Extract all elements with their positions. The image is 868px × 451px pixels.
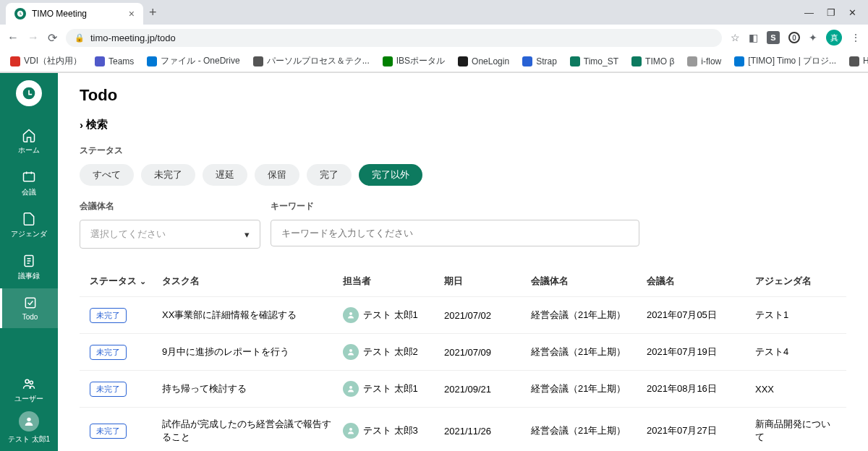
extension-o-icon[interactable]: 0 bbox=[788, 32, 800, 43]
agenda-name: テスト1 bbox=[755, 309, 836, 322]
sidebar-item-label: ユーザー bbox=[14, 394, 43, 404]
col-status[interactable]: ステータス ⌄ bbox=[90, 275, 162, 288]
table-row[interactable]: 未完了 XX事業部に詳細情報を確認する テスト 太郎1 2021/07/02 経… bbox=[80, 296, 846, 333]
col-meeting[interactable]: 会議名 bbox=[647, 275, 755, 288]
search-heading[interactable]: › 検索 bbox=[80, 118, 846, 132]
close-window-button[interactable]: ✕ bbox=[848, 7, 856, 18]
chevron-right-icon: › bbox=[80, 119, 83, 131]
agenda-name: XXX bbox=[755, 384, 836, 395]
sidebar-item-agenda[interactable]: アジェンダ bbox=[0, 205, 58, 246]
task-name: 持ち帰って検討する bbox=[162, 382, 343, 395]
extension-s-icon[interactable]: S bbox=[767, 31, 780, 44]
bookmark-icon bbox=[849, 56, 859, 66]
chevron-down-icon: ▾ bbox=[244, 229, 250, 240]
status-chip[interactable]: 遅延 bbox=[203, 164, 247, 186]
forward-button[interactable]: → bbox=[27, 31, 39, 44]
col-assignee[interactable]: 担当者 bbox=[343, 275, 444, 288]
status-chip[interactable]: 完了以外 bbox=[359, 164, 422, 186]
keyword-filter-label: キーワード bbox=[271, 200, 639, 212]
meeting-body: 経営会議（21年上期） bbox=[531, 345, 647, 358]
minimize-button[interactable]: — bbox=[804, 7, 814, 18]
org-select[interactable]: 選択してください ▾ bbox=[80, 220, 260, 249]
meeting-body: 経営会議（21年上期） bbox=[531, 309, 647, 322]
agenda-name: 新商品開発について bbox=[755, 418, 836, 444]
sidebar-item-user[interactable]: ユーザー bbox=[0, 369, 58, 411]
bookmark-icon bbox=[734, 56, 744, 66]
col-body[interactable]: 会議体名 bbox=[531, 275, 647, 288]
status-chip[interactable]: すべて bbox=[80, 164, 134, 186]
bookmark-item[interactable]: i-flow bbox=[687, 56, 721, 66]
bookmark-item[interactable]: OneLogin bbox=[458, 56, 509, 66]
reload-button[interactable]: ⟳ bbox=[48, 31, 57, 45]
agenda-name: テスト4 bbox=[755, 345, 836, 358]
col-agenda[interactable]: アジェンダ名 bbox=[755, 275, 836, 288]
bookmark-icon bbox=[522, 56, 532, 66]
status-chip[interactable]: 完了 bbox=[307, 164, 352, 186]
sidebar-item-meeting[interactable]: 会議 bbox=[0, 163, 58, 205]
bookmark-icon bbox=[383, 56, 393, 66]
status-chip[interactable]: 未完了 bbox=[141, 164, 195, 186]
status-badge: 未完了 bbox=[90, 424, 127, 439]
main-content: Todo › 検索 ステータス すべて未完了遅延保留完了完了以外 会議体名 選択… bbox=[58, 73, 868, 451]
app-logo[interactable] bbox=[16, 80, 42, 106]
col-task[interactable]: タスク名 bbox=[162, 275, 343, 288]
bookmark-icon bbox=[147, 56, 157, 66]
bookmark-icon bbox=[10, 56, 20, 66]
browser-chrome: TIMO Meeting × + — ❐ ✕ ← → ⟳ 🔒 timo-meet… bbox=[0, 0, 868, 73]
bookmark-item[interactable]: Teams bbox=[95, 56, 134, 66]
bookmark-item[interactable]: パーソルプロセス＆テク... bbox=[253, 55, 370, 67]
sidebar-item-label: ホーム bbox=[18, 145, 40, 155]
status-badge: 未完了 bbox=[90, 345, 127, 360]
status-filter-label: ステータス bbox=[80, 145, 846, 157]
bookmark-item[interactable]: Strap bbox=[522, 56, 557, 66]
window-controls: — ❐ ✕ bbox=[804, 7, 862, 18]
sidebar-item-minutes[interactable]: 議事録 bbox=[0, 246, 58, 288]
bookmark-item[interactable]: TIMO β bbox=[631, 56, 674, 66]
meeting-name: 2021年07月19日 bbox=[647, 345, 755, 358]
profile-avatar[interactable]: 真 bbox=[826, 30, 842, 46]
avatar-icon bbox=[343, 344, 359, 360]
menu-icon[interactable]: ⋮ bbox=[851, 32, 861, 43]
status-chip[interactable]: 保留 bbox=[255, 164, 299, 186]
extension-icon[interactable]: ◧ bbox=[749, 32, 758, 43]
user-avatar-icon[interactable] bbox=[19, 411, 39, 431]
browser-tab[interactable]: TIMO Meeting × bbox=[6, 3, 143, 25]
filters-row: 会議体名 選択してください ▾ キーワード bbox=[80, 200, 846, 249]
bookmark-item[interactable]: IBSポータル bbox=[383, 55, 445, 67]
col-due[interactable]: 期日 bbox=[444, 275, 531, 288]
svg-point-3 bbox=[25, 379, 29, 383]
bookmark-icon bbox=[570, 56, 580, 66]
bookmark-icon bbox=[253, 56, 263, 66]
bookmark-item[interactable]: HITOタレ bbox=[849, 55, 868, 67]
bookmark-item[interactable]: VDI（社内用） bbox=[10, 55, 82, 67]
avatar-icon bbox=[343, 423, 359, 439]
sidebar-item-label: アジェンダ bbox=[11, 229, 47, 239]
url-input[interactable]: 🔒 timo-meeting.jp/todo bbox=[66, 29, 722, 47]
table-row[interactable]: 未完了 持ち帰って検討する テスト 太郎1 2021/09/21 経営会議（21… bbox=[80, 370, 846, 407]
sidebar-item-home[interactable]: ホーム bbox=[0, 121, 58, 163]
avatar-icon bbox=[343, 381, 359, 397]
keyword-input[interactable] bbox=[271, 220, 639, 246]
table-row[interactable]: 未完了 試作品が完成したのち経営会議で報告すること テスト 太郎3 2021/1… bbox=[80, 407, 846, 451]
back-button[interactable]: ← bbox=[7, 31, 19, 44]
maximize-button[interactable]: ❐ bbox=[827, 7, 835, 18]
table-row[interactable]: 未完了 9月中に進捗のレポートを行う テスト 太郎2 2021/07/09 経営… bbox=[80, 333, 846, 370]
bookmark-icon bbox=[458, 56, 468, 66]
bookmark-item[interactable]: Timo_ST bbox=[570, 56, 618, 66]
status-badge: 未完了 bbox=[90, 308, 127, 323]
meeting-name: 2021年07月05日 bbox=[647, 309, 755, 322]
sidebar-item-label: 議事録 bbox=[18, 271, 40, 281]
sidebar-item-todo[interactable]: Todo bbox=[0, 288, 58, 328]
bookmark-item[interactable]: ファイル - OneDrive bbox=[147, 55, 239, 67]
page-title: Todo bbox=[80, 86, 846, 105]
bookmark-item[interactable]: [TIMO] Timo | プロジ... bbox=[734, 55, 836, 67]
puzzle-icon[interactable]: ✦ bbox=[809, 32, 817, 43]
close-icon[interactable]: × bbox=[129, 8, 135, 20]
chevron-down-icon: ⌄ bbox=[140, 277, 146, 286]
new-tab-button[interactable]: + bbox=[149, 5, 157, 20]
org-filter-label: 会議体名 bbox=[80, 200, 260, 212]
tab-title: TIMO Meeting bbox=[32, 9, 87, 19]
sidebar: ホーム 会議 アジェンダ 議事録 Todo ユーザー テスト 太郎1 bbox=[0, 73, 58, 451]
star-icon[interactable]: ☆ bbox=[731, 32, 740, 43]
meeting-body: 経営会議（21年上期） bbox=[531, 382, 647, 395]
